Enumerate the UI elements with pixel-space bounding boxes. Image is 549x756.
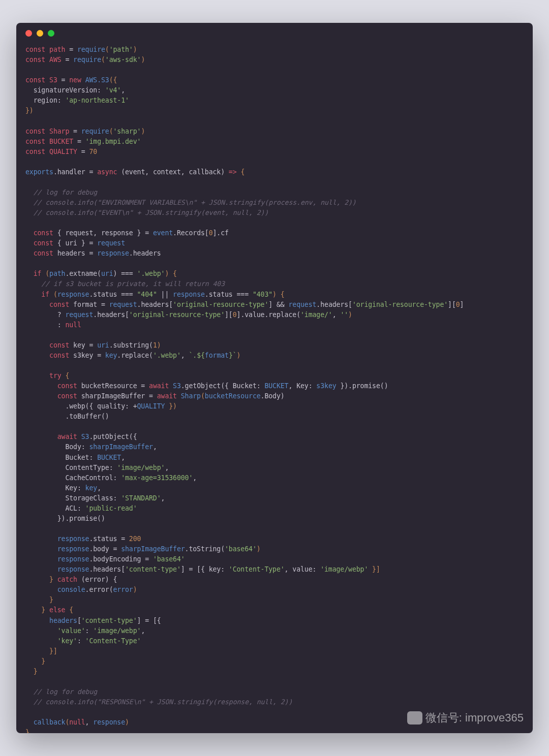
keyword: const bbox=[25, 46, 45, 53]
code-content: const path = require('path') const AWS =… bbox=[16, 40, 533, 733]
minimize-icon[interactable] bbox=[37, 30, 43, 37]
code-window: const path = require('path') const AWS =… bbox=[16, 23, 533, 733]
close-icon[interactable] bbox=[25, 30, 32, 37]
watermark-text: 微信号: improve365 bbox=[425, 710, 524, 726]
wechat-icon bbox=[407, 711, 422, 724]
watermark: 微信号: improve365 bbox=[407, 710, 524, 726]
titlebar bbox=[16, 23, 533, 40]
maximize-icon[interactable] bbox=[48, 30, 54, 37]
